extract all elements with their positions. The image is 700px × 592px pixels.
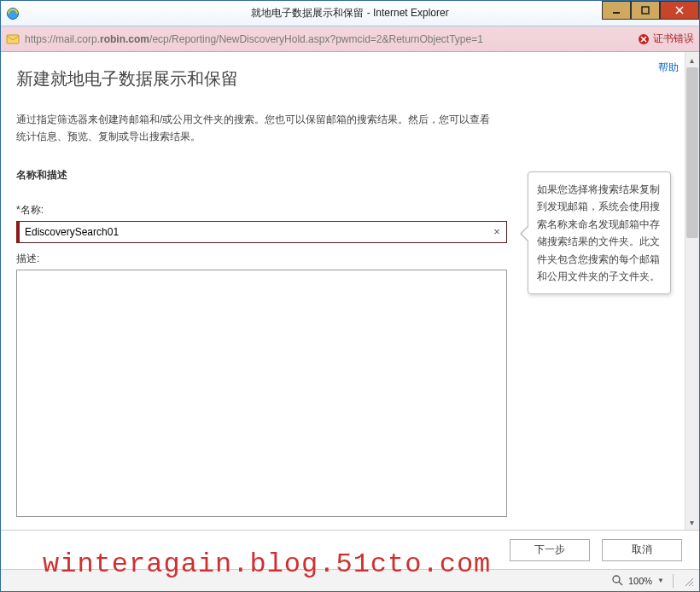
page-title: 新建就地电子数据展示和保留 — [16, 67, 507, 90]
window-controls — [602, 1, 699, 20]
content-wrap: 帮助 新建就地电子数据展示和保留 通过指定筛选器来创建跨邮箱和/或公用文件夹的搜… — [1, 52, 699, 591]
scroll-up-arrow-icon[interactable]: ▴ — [685, 52, 699, 67]
main-column: 新建就地电子数据展示和保留 通过指定筛选器来创建跨邮箱和/或公用文件夹的搜索。您… — [1, 52, 514, 530]
content: 新建就地电子数据展示和保留 通过指定筛选器来创建跨邮箱和/或公用文件夹的搜索。您… — [1, 52, 699, 530]
window-frame: 就地电子数据展示和保留 - Internet Explorer https://… — [0, 0, 700, 592]
maximize-button[interactable] — [631, 1, 660, 20]
statusbar-separator — [673, 574, 674, 588]
name-input[interactable] — [20, 222, 487, 242]
window-title: 就地电子数据展示和保留 - Internet Explorer — [1, 6, 699, 20]
status-bar: 100% ▼ — [1, 569, 699, 591]
svg-point-9 — [613, 576, 620, 583]
cert-error-icon — [638, 33, 650, 45]
page-favicon-icon — [6, 33, 20, 45]
help-callout: 如果您选择将搜索结果复制到发现邮箱，系统会使用搜索名称来命名发现邮箱中存储搜索结… — [528, 171, 671, 294]
cert-error-label: 证书错误 — [653, 32, 694, 46]
minimize-button[interactable] — [602, 1, 631, 20]
url-text[interactable]: https://mail.corp.robin.com/ecp/Reportin… — [25, 33, 633, 45]
section-heading: 名称和描述 — [16, 168, 507, 183]
cancel-button[interactable]: 取消 — [602, 539, 682, 561]
ie-icon — [6, 7, 20, 20]
svg-line-13 — [692, 585, 693, 586]
scroll-down-arrow-icon[interactable]: ▾ — [685, 514, 699, 530]
zoom-level[interactable]: 100% — [628, 576, 652, 586]
titlebar: 就地电子数据展示和保留 - Internet Explorer — [1, 1, 699, 26]
close-button[interactable] — [660, 1, 699, 20]
next-button[interactable]: 下一步 — [510, 539, 590, 561]
dialog-footer: 下一步 取消 — [1, 530, 699, 569]
url-path: /ecp/Reporting/NewDiscoveryHold.aspx?pwm… — [149, 33, 483, 45]
resize-grip-icon[interactable] — [682, 575, 694, 587]
vertical-scrollbar[interactable]: ▴ ▾ — [685, 52, 699, 530]
svg-line-11 — [685, 578, 693, 586]
name-input-wrap: × — [16, 221, 507, 243]
url-domain: robin.com — [100, 33, 149, 45]
zoom-icon[interactable] — [611, 574, 623, 588]
scroll-thumb[interactable] — [686, 67, 698, 238]
intro-text: 通过指定筛选器来创建跨邮箱和/或公用文件夹的搜索。您也可以保留邮箱的搜索结果。然… — [16, 111, 494, 146]
svg-rect-2 — [642, 7, 649, 14]
svg-rect-1 — [613, 12, 620, 14]
description-label: 描述: — [16, 252, 507, 266]
svg-rect-5 — [7, 35, 19, 44]
svg-line-10 — [619, 582, 622, 585]
url-prefix: https://mail.corp. — [25, 33, 100, 45]
address-bar: https://mail.corp.robin.com/ecp/Reportin… — [1, 26, 699, 52]
callout-column: 如果您选择将搜索结果复制到发现邮箱，系统会使用搜索名称来命名发现邮箱中存储搜索结… — [514, 52, 685, 530]
zoom-dropdown-icon[interactable]: ▼ — [657, 577, 664, 584]
name-label: *名称: — [16, 203, 507, 218]
callout-text: 如果您选择将搜索结果复制到发现邮箱，系统会使用搜索名称来命名发现邮箱中存储搜索结… — [537, 183, 660, 282]
description-textarea[interactable] — [16, 270, 507, 517]
clear-input-icon[interactable]: × — [487, 225, 506, 238]
certificate-error[interactable]: 证书错误 — [638, 32, 694, 46]
